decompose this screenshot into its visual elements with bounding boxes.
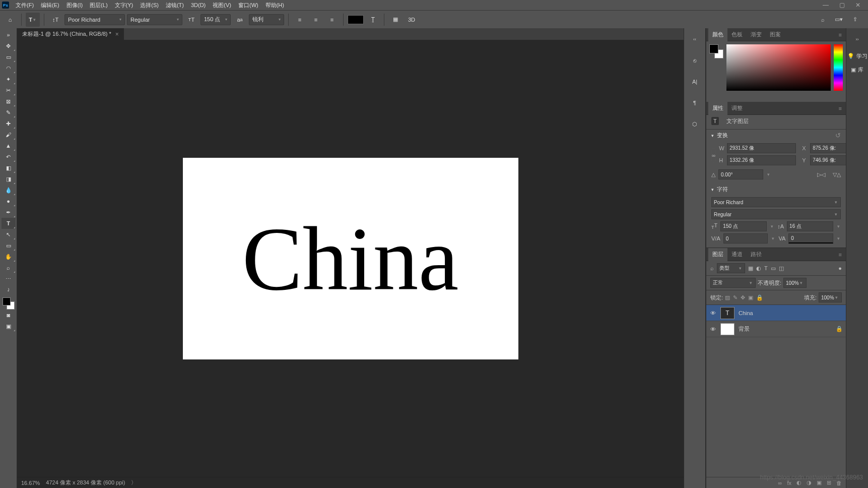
angle-input[interactable] [718, 169, 763, 179]
reset-transform-icon[interactable]: ↺ [835, 132, 841, 139]
menu-layer[interactable]: 图层(L) [86, 2, 111, 9]
color-panel-menu-icon[interactable]: ≡ [837, 32, 844, 38]
tab-close-icon[interactable]: × [115, 31, 119, 38]
tab-patterns[interactable]: 图案 [766, 28, 785, 41]
document-tab[interactable]: 未标题-1 @ 16.7% (China, RGB/8) * × [17, 28, 124, 40]
blur-tool[interactable]: 💧 [2, 185, 16, 196]
prop-font-select[interactable]: Poor Richard▾ [711, 197, 841, 207]
layers-panel-menu-icon[interactable]: ≡ [837, 252, 844, 258]
prop-size-input[interactable] [720, 221, 767, 231]
menu-image[interactable]: 图像(I) [63, 2, 86, 9]
collapse-far-icon[interactable]: ›› [850, 32, 864, 46]
menu-3d[interactable]: 3D(D) [187, 2, 209, 8]
layer-thumb-bg[interactable] [720, 323, 735, 335]
history-dock-icon[interactable]: ⎋ [688, 53, 702, 68]
zoom-level[interactable]: 16.67% [21, 480, 40, 486]
font-style-select[interactable]: Regular▾ [127, 14, 182, 25]
layer-name[interactable]: 背景 [739, 325, 750, 333]
blend-mode-select[interactable]: 正常▾ [710, 278, 756, 288]
eraser-tool[interactable]: ◧ [2, 162, 16, 173]
search-icon[interactable]: ⌕ [817, 14, 829, 26]
marquee-tool[interactable]: ▭ [2, 51, 16, 63]
hand-tool[interactable]: ✋ [2, 251, 16, 262]
flip-v-icon[interactable]: ▽△ [833, 171, 841, 178]
lock-pixels-icon[interactable]: ✎ [733, 294, 738, 301]
home-button[interactable]: ⌂ [3, 13, 17, 27]
link-wh-icon[interactable]: ∞ [711, 148, 716, 162]
expand-tools-icon[interactable]: » [2, 29, 16, 40]
x-input[interactable] [810, 143, 846, 153]
lock-position-icon[interactable]: ✥ [741, 294, 745, 301]
tab-color[interactable]: 颜色 [708, 28, 727, 41]
3d-button[interactable]: 3D [405, 13, 419, 27]
crop-tool[interactable]: ✂ [2, 85, 16, 96]
stamp-tool[interactable]: ▲ [2, 140, 16, 151]
tab-adjustments[interactable]: 调整 [727, 102, 747, 115]
filter-toggle[interactable]: ● [838, 265, 842, 271]
align-left-button[interactable]: ≡ [293, 13, 307, 27]
text-tool-indicator[interactable]: T▾ [26, 13, 40, 27]
status-expand-icon[interactable]: 〉 [131, 479, 137, 486]
tab-gradients[interactable]: 渐变 [747, 28, 766, 41]
antialias-select[interactable]: 锐利▾ [249, 14, 284, 25]
lasso-tool[interactable]: ◠ [2, 63, 16, 74]
close-button[interactable]: ✕ [850, 1, 866, 10]
history-brush-tool[interactable]: ↶ [2, 151, 16, 162]
path-select-tool[interactable]: ↖ [2, 229, 16, 240]
text-color-swatch[interactable] [348, 15, 364, 24]
menu-help[interactable]: 帮助(H) [262, 2, 288, 9]
filter-adjust-icon[interactable]: ◐ [756, 265, 761, 272]
character-panel-button[interactable]: ▦ [388, 13, 403, 27]
layer-row-china[interactable]: 👁 T China [706, 305, 846, 321]
properties-panel-menu-icon[interactable]: ≡ [837, 105, 844, 111]
canvas-viewport[interactable]: China [17, 40, 684, 477]
menu-file[interactable]: 文件(F) [12, 2, 37, 9]
character-section[interactable]: ▾字符 [706, 184, 846, 195]
warp-text-button[interactable]: Ṯ [366, 13, 380, 27]
lock-artboard-icon[interactable]: ▣ [748, 294, 753, 301]
prop-style-select[interactable]: Regular▾ [711, 209, 841, 219]
width-input[interactable] [727, 143, 796, 153]
canvas-text[interactable]: China [242, 207, 459, 311]
shape-tool[interactable]: ▭ [2, 240, 16, 251]
font-size-select[interactable]: 150 点▾ [201, 14, 231, 25]
tab-layers[interactable]: 图层 [708, 248, 727, 261]
height-input[interactable] [727, 155, 796, 165]
y-input[interactable] [810, 155, 846, 165]
more-tools[interactable]: ⋯ [2, 273, 16, 284]
minimize-button[interactable]: — [818, 1, 834, 10]
zoom-tool[interactable]: ⌕ [2, 262, 16, 273]
menu-select[interactable]: 选择(S) [137, 2, 162, 9]
filter-text-icon[interactable]: T [764, 265, 768, 271]
transform-section[interactable]: ▾变换↺ [706, 130, 846, 141]
lock-transparency-icon[interactable]: ▨ [725, 294, 730, 301]
quickmask-tool[interactable]: ◙ [2, 310, 16, 321]
align-center-button[interactable]: ≡ [309, 13, 323, 27]
visibility-icon[interactable]: 👁 [709, 310, 716, 316]
gradient-tool[interactable]: ◨ [2, 173, 16, 185]
filter-shape-icon[interactable]: ▭ [771, 265, 776, 272]
filter-type-select[interactable]: 类型▾ [717, 263, 745, 273]
tab-paths[interactable]: 路径 [747, 248, 766, 261]
quick-select-tool[interactable]: ✦ [2, 74, 16, 85]
prop-tracking-input[interactable] [788, 233, 833, 243]
search-layers-icon[interactable]: ⌕ [710, 265, 714, 271]
swap-colors-icon[interactable]: ⤸ [2, 284, 16, 295]
healing-tool[interactable]: ✚ [2, 118, 16, 129]
filter-smart-icon[interactable]: ◫ [779, 265, 784, 272]
fill-input[interactable]: 100%▾ [819, 292, 842, 302]
menu-view[interactable]: 视图(V) [209, 2, 235, 9]
flip-h-icon[interactable]: ▷◁ [817, 171, 825, 178]
panel-color-swatches[interactable] [709, 44, 723, 58]
menu-edit[interactable]: 编辑(E) [37, 2, 63, 9]
menu-window[interactable]: 窗口(W) [235, 2, 262, 9]
foreground-color[interactable] [3, 297, 11, 306]
dodge-tool[interactable]: ● [2, 196, 16, 207]
brush-tool[interactable]: 🖌 [2, 129, 16, 140]
menu-filter[interactable]: 滤镜(T) [162, 2, 187, 9]
frame-tool[interactable]: ⊠ [2, 96, 16, 107]
prop-va-input[interactable] [723, 233, 768, 243]
collapse-dock-icon[interactable]: ‹‹ [688, 32, 702, 46]
color-field[interactable] [726, 44, 831, 91]
workspace-icon[interactable]: ▭▾ [833, 14, 845, 26]
